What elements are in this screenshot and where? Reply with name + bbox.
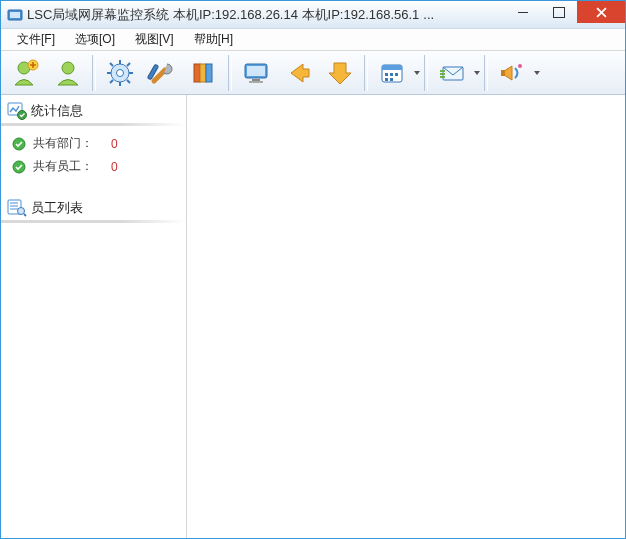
toolbar [1, 51, 625, 95]
check-icon [11, 136, 27, 152]
stat-value: 0 [111, 160, 118, 174]
app-icon [7, 7, 23, 23]
sidebar: 统计信息 共有部门： 0 共有员工： 0 员工列表 [1, 95, 187, 538]
body-area: 统计信息 共有部门： 0 共有员工： 0 员工列表 [1, 95, 625, 538]
announce-dropdown[interactable] [533, 54, 541, 92]
svg-rect-17 [200, 64, 206, 82]
svg-line-13 [127, 63, 130, 66]
svg-rect-16 [194, 64, 200, 82]
toolbar-separator [364, 55, 368, 91]
employees-header-label: 员工列表 [31, 199, 83, 217]
menubar: 文件[F] 选项[O] 视图[V] 帮助[H] [1, 29, 625, 51]
stat-label: 共有员工： [33, 158, 105, 175]
svg-rect-29 [390, 78, 393, 81]
menu-help[interactable]: 帮助[H] [184, 29, 243, 50]
minimize-button[interactable] [505, 1, 541, 23]
svg-rect-22 [249, 81, 263, 83]
svg-rect-26 [390, 73, 393, 76]
svg-point-34 [18, 111, 27, 120]
check-icon [11, 159, 27, 175]
back-button[interactable] [278, 54, 318, 92]
mail-dropdown[interactable] [473, 54, 481, 92]
maximize-button[interactable] [541, 1, 577, 23]
window-controls [505, 1, 625, 23]
main-content [187, 95, 625, 538]
svg-rect-18 [206, 64, 212, 82]
svg-point-41 [18, 208, 25, 215]
titlebar: LSC局域网屏幕监控系统 本机IP:192.168.26.14 本机IP:192… [1, 1, 625, 29]
employees-header: 员工列表 [1, 196, 186, 220]
window-title: LSC局域网屏幕监控系统 本机IP:192.168.26.14 本机IP:192… [27, 6, 419, 24]
stat-label: 共有部门： [33, 135, 105, 152]
spacer [1, 178, 186, 196]
stat-row-employees: 共有员工： 0 [1, 155, 186, 178]
svg-rect-20 [247, 66, 265, 76]
menu-file[interactable]: 文件[F] [7, 29, 65, 50]
toolbar-separator [424, 55, 428, 91]
title-truncated: ... [423, 7, 434, 22]
svg-line-14 [110, 80, 113, 83]
settings-button[interactable] [100, 54, 140, 92]
toolbar-separator [92, 55, 96, 91]
svg-rect-31 [501, 70, 505, 76]
announce-button[interactable] [492, 54, 532, 92]
toolbar-separator [228, 55, 232, 91]
library-button[interactable] [184, 54, 224, 92]
svg-rect-27 [395, 73, 398, 76]
stats-header-label: 统计信息 [31, 102, 83, 120]
close-button[interactable] [577, 1, 625, 23]
svg-line-12 [127, 80, 130, 83]
stat-row-departments: 共有部门： 0 [1, 132, 186, 155]
svg-point-6 [117, 69, 124, 76]
svg-point-4 [62, 62, 74, 74]
stats-icon [7, 102, 27, 120]
calendar-dropdown[interactable] [413, 54, 421, 92]
menu-options[interactable]: 选项[O] [65, 29, 125, 50]
down-button[interactable] [320, 54, 360, 92]
svg-rect-25 [385, 73, 388, 76]
list-search-icon [7, 199, 27, 217]
svg-rect-1 [10, 12, 20, 18]
svg-rect-21 [252, 79, 260, 81]
calendar-button[interactable] [372, 54, 412, 92]
section-divider [1, 220, 186, 223]
user-button[interactable] [48, 54, 88, 92]
svg-rect-24 [382, 65, 402, 70]
add-user-button[interactable] [6, 54, 46, 92]
section-divider [1, 123, 186, 126]
svg-point-32 [518, 64, 522, 68]
tools-button[interactable] [142, 54, 182, 92]
toolbar-separator [484, 55, 488, 91]
svg-line-11 [110, 63, 113, 66]
svg-rect-28 [385, 78, 388, 81]
svg-line-42 [24, 214, 26, 216]
stat-value: 0 [111, 137, 118, 151]
mail-button[interactable] [432, 54, 472, 92]
menu-view[interactable]: 视图[V] [125, 29, 184, 50]
monitor-button[interactable] [236, 54, 276, 92]
stats-header: 统计信息 [1, 99, 186, 123]
